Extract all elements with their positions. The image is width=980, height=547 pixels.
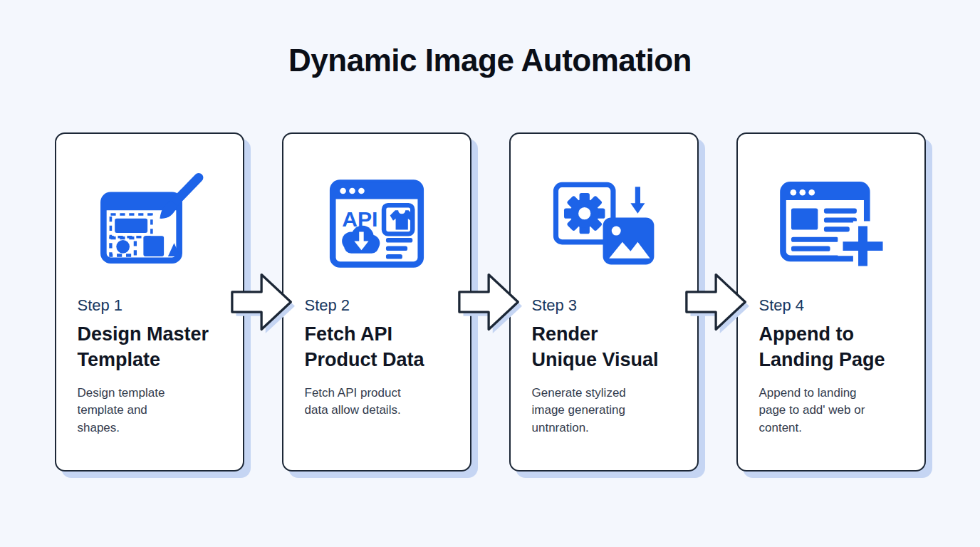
steps-row: Step 1 Design Master Template Design tem… <box>0 132 980 472</box>
step-heading: Append to Landing Page <box>759 322 903 373</box>
step-description: Generate stylized image generating untnr… <box>532 385 676 437</box>
append-page-icon <box>775 171 887 276</box>
step-heading: Fetch API Product Data <box>305 322 449 373</box>
step-card-2: API Step 2 Fetch API <box>282 132 471 472</box>
step-label: Step 4 <box>759 296 903 315</box>
design-template-icon <box>93 171 206 276</box>
arrow-right-icon <box>231 264 295 340</box>
step-label: Step 2 <box>305 296 449 315</box>
step-description: Append to landing page to add' web or co… <box>759 385 903 437</box>
infographic-canvas: Dynamic Image Automation Step 1 <box>0 0 980 547</box>
step-heading: Render Unique Visual <box>532 322 676 373</box>
step-heading: Design Master Template <box>78 322 221 373</box>
step-card-1: Step 1 Design Master Template Design tem… <box>55 132 244 472</box>
step-label: Step 3 <box>532 296 676 315</box>
api-fetch-icon: API <box>320 171 433 276</box>
step-description: Design template template and shapes. <box>78 385 221 437</box>
arrow-right-icon <box>458 264 522 340</box>
step-card-3: Step 3 Render Unique Visual Generate sty… <box>509 132 699 472</box>
arrow-right-icon <box>685 264 749 340</box>
step-description: Fetch API product data allow details. <box>305 385 449 420</box>
step-card-4: Step 4 Append to Landing Page Append to … <box>736 132 926 472</box>
step-label: Step 1 <box>78 296 221 315</box>
render-visual-icon <box>548 171 660 276</box>
page-title: Dynamic Image Automation <box>0 0 980 78</box>
